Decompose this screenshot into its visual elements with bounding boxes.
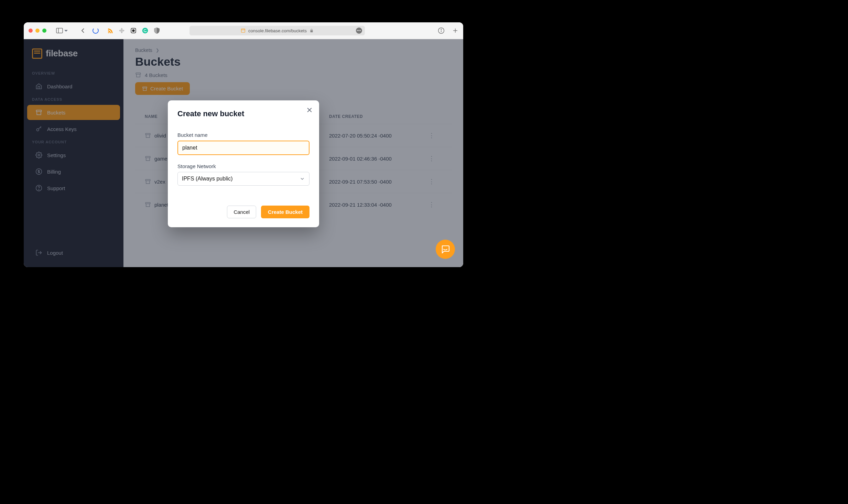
svg-point-4 [121, 32, 122, 33]
browser-toolbar: console.filebase.com/buckets ••• [24, 22, 463, 39]
extension-icon-2[interactable] [130, 28, 137, 34]
lock-icon [309, 29, 314, 33]
svg-rect-0 [56, 28, 63, 33]
svg-point-14 [142, 28, 148, 34]
grammarly-icon[interactable] [142, 28, 148, 34]
svg-line-10 [122, 31, 123, 32]
close-window-button[interactable] [29, 29, 33, 33]
cancel-button[interactable]: Cancel [227, 206, 256, 218]
address-url: console.filebase.com/buckets [248, 28, 307, 33]
address-bar[interactable]: console.filebase.com/buckets ••• [189, 26, 365, 35]
bucket-name-input[interactable] [177, 141, 309, 155]
svg-line-11 [120, 31, 121, 32]
window-controls [29, 29, 46, 33]
svg-point-5 [123, 30, 124, 31]
app: filebase OVERVIEW Dashboard DATA ACCESS … [24, 39, 463, 267]
extension-icon-1[interactable] [119, 28, 125, 34]
svg-point-3 [121, 28, 122, 29]
svg-rect-15 [241, 29, 245, 33]
chat-icon [441, 244, 450, 254]
svg-line-8 [120, 29, 121, 30]
modal-title: Create new bucket [177, 109, 309, 118]
close-icon[interactable] [306, 107, 313, 113]
svg-point-2 [119, 30, 120, 31]
svg-line-9 [122, 29, 123, 30]
rss-icon[interactable] [107, 28, 113, 34]
chevron-down-icon [300, 176, 305, 182]
storage-network-label: Storage Network [177, 163, 309, 169]
chevron-down-icon [64, 30, 68, 33]
sidebar-toggle[interactable] [56, 28, 68, 33]
submit-create-bucket-button[interactable]: Create Bucket [261, 206, 309, 218]
svg-point-13 [132, 30, 134, 32]
loading-spinner-icon [93, 28, 99, 34]
svg-point-19 [441, 29, 441, 30]
back-button[interactable] [79, 27, 86, 34]
new-tab-button[interactable] [452, 28, 458, 34]
browser-window: console.filebase.com/buckets ••• filebas… [24, 22, 463, 267]
shield-icon[interactable] [154, 28, 160, 34]
info-icon[interactable] [438, 27, 445, 34]
maximize-window-button[interactable] [42, 29, 46, 33]
intercom-launcher[interactable] [436, 240, 455, 259]
minimize-window-button[interactable] [35, 29, 40, 33]
site-icon [241, 28, 246, 33]
create-bucket-modal: Create new bucket Bucket name Storage Ne… [168, 100, 319, 227]
bucket-name-label: Bucket name [177, 132, 309, 138]
storage-network-select[interactable]: IPFS (Always public) [177, 172, 309, 186]
address-more-icon[interactable]: ••• [356, 28, 362, 34]
